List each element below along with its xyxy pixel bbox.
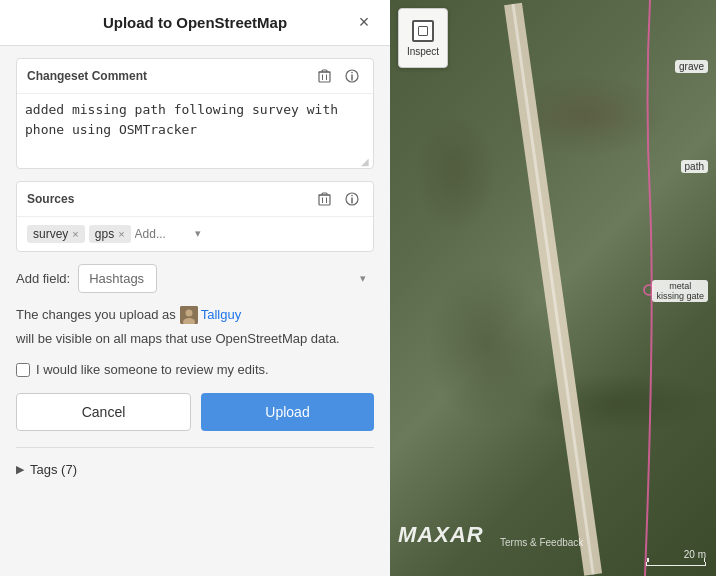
info-icon	[345, 69, 359, 83]
panel-content: Changeset Comment	[0, 46, 390, 576]
changeset-info-button[interactable]	[341, 67, 363, 85]
changeset-delete-button[interactable]	[314, 67, 335, 85]
tag-remove-survey[interactable]: ×	[72, 228, 78, 240]
scale-bar-container: 20 m	[646, 549, 706, 566]
upload-dialog: Upload to OpenStreetMap × Changeset Comm…	[0, 0, 390, 576]
map-road	[504, 3, 602, 576]
inspect-button[interactable]: Inspect	[398, 8, 448, 68]
svg-rect-7	[319, 195, 330, 205]
trash-icon	[318, 192, 331, 206]
sources-header: Sources	[17, 182, 373, 217]
tag-input-wrapper: ▾	[135, 227, 363, 241]
user-name: Tallguy	[201, 305, 241, 326]
add-field-row: Add field: Hashtags Comment Source ▾	[16, 264, 374, 293]
sources-label: Sources	[27, 192, 74, 206]
close-button[interactable]: ×	[352, 11, 376, 35]
svg-rect-0	[319, 72, 330, 82]
tag-dropdown-button[interactable]: ▾	[195, 227, 201, 240]
divider	[16, 447, 374, 448]
info-text: The changes you upload as Tallguy will b…	[16, 305, 374, 351]
dialog-header: Upload to OpenStreetMap ×	[0, 0, 390, 46]
tag-remove-gps[interactable]: ×	[118, 228, 124, 240]
tag-add-input[interactable]	[135, 227, 195, 241]
tag-chip-survey: survey ×	[27, 225, 85, 243]
map-label-path: path	[681, 160, 708, 173]
terms-text: Terms & Feedback	[500, 537, 583, 548]
changeset-comment-label: Changeset Comment	[27, 69, 147, 83]
info-text-before: The changes you upload as	[16, 305, 176, 326]
dialog-title: Upload to OpenStreetMap	[103, 14, 287, 31]
add-field-select[interactable]: Hashtags Comment Source	[78, 264, 157, 293]
cancel-button[interactable]: Cancel	[16, 393, 191, 431]
info-text-after: will be visible on all maps that use Ope…	[16, 329, 340, 350]
trash-icon	[318, 69, 331, 83]
add-field-select-wrapper: Hashtags Comment Source ▾	[78, 264, 374, 293]
review-checkbox-row: I would like someone to review my edits.	[16, 362, 374, 377]
tag-label-gps: gps	[95, 227, 114, 241]
tag-label-survey: survey	[33, 227, 68, 241]
sources-info-button[interactable]	[341, 190, 363, 208]
map-label-metal-kissing-gate: metalkissing gate	[652, 280, 708, 302]
upload-button[interactable]: Upload	[201, 393, 374, 431]
sources-section: Sources	[16, 181, 374, 252]
tags-expander[interactable]: ▶ Tags (7)	[16, 460, 77, 479]
review-checkbox-label[interactable]: I would like someone to review my edits.	[36, 362, 269, 377]
changeset-comment-actions	[314, 67, 363, 85]
info-section: The changes you upload as Tallguy will b…	[16, 305, 374, 351]
map-panel: grave path metalkissing gate Inspect MAX…	[390, 0, 716, 576]
button-row: Cancel Upload	[16, 393, 374, 431]
svg-point-15	[185, 309, 192, 316]
user-link[interactable]: Tallguy	[180, 305, 241, 326]
map-label-graveyard: grave	[675, 60, 708, 73]
avatar	[180, 306, 198, 324]
changeset-comment-header: Changeset Comment	[17, 59, 373, 94]
inspect-icon-inner	[418, 26, 428, 36]
changeset-comment-input[interactable]: added missing path following survey with…	[25, 100, 365, 159]
avatar-image	[180, 306, 198, 324]
maxar-logo: MAXAR	[398, 522, 484, 548]
sources-actions	[314, 190, 363, 208]
scale-bar	[646, 562, 706, 566]
map-background: grave path metalkissing gate Inspect MAX…	[390, 0, 716, 576]
add-field-chevron-icon: ▾	[360, 272, 366, 285]
svg-point-6	[351, 72, 353, 74]
add-field-label: Add field:	[16, 271, 70, 286]
tags-expander-label: Tags (7)	[30, 462, 77, 477]
changeset-comment-wrapper: added missing path following survey with…	[17, 94, 373, 168]
resize-handle: ◢	[361, 156, 371, 166]
svg-point-13	[351, 194, 353, 196]
chevron-right-icon: ▶	[16, 463, 24, 476]
info-icon	[345, 192, 359, 206]
changeset-comment-section: Changeset Comment	[16, 58, 374, 169]
inspect-icon	[412, 20, 434, 42]
sources-delete-button[interactable]	[314, 190, 335, 208]
review-checkbox[interactable]	[16, 363, 30, 377]
sources-tags-row: survey × gps × ▾	[17, 217, 373, 251]
tag-chip-gps: gps ×	[89, 225, 131, 243]
inspect-label: Inspect	[407, 46, 439, 57]
